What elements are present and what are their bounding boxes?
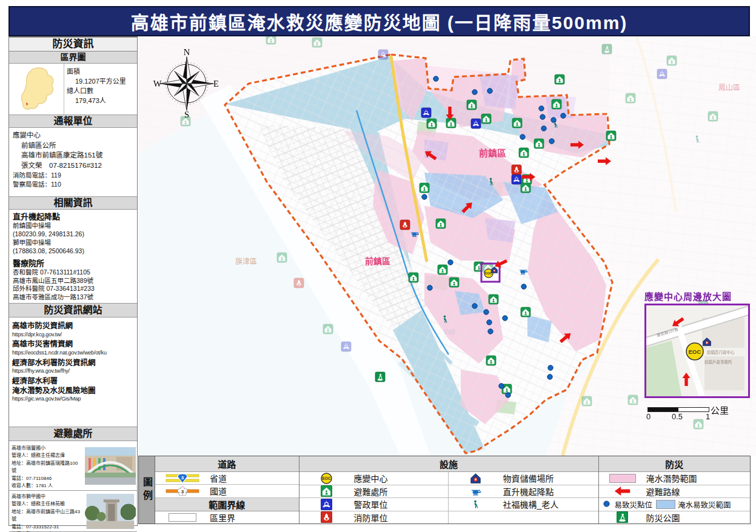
district-name-label: 前鎮區	[365, 256, 390, 266]
police-label: 警政單位	[354, 498, 388, 510]
sidebar-header: 防災資訊	[9, 37, 137, 52]
district-shape-thumbnail	[9, 64, 64, 115]
shelter-marker	[481, 114, 491, 124]
shelter-marker	[467, 100, 477, 110]
district-boundary-label: 區里界	[210, 511, 235, 524]
district-map-header: 區界圖	[9, 52, 137, 64]
website-name: 經濟部水利署	[12, 377, 134, 387]
website-url: https://dpr.kcg.gov.tw/	[12, 331, 134, 339]
risk-point-marker	[548, 365, 553, 370]
legend-row-welfare: 社福機構_老人	[448, 498, 600, 511]
disaster-park-label: 防災公園	[646, 511, 680, 524]
shelter-marker	[555, 75, 564, 84]
disaster-park-icon-legend	[617, 511, 628, 523]
report-units: 應變中心 前鎮區公所 高雄市前鎮區康定路151號 張文榮 07-8215176#…	[9, 128, 137, 197]
park-marker	[602, 44, 612, 54]
eoc-legend-icon	[321, 473, 332, 484]
legend-row-flood-potential: 淹水潛勢範圍	[599, 472, 750, 485]
risk-point-marker	[427, 285, 432, 290]
legend-key-label: 圖例	[139, 456, 155, 524]
shelter-marker	[446, 118, 456, 128]
medical-title: 醫療院所	[13, 258, 133, 268]
eoc-inset: 應變中心周邊放大圖 康定路131巷 EOC 前鎮區行政中心 前鎮戶政事務所	[644, 290, 751, 398]
shelter-name: 高雄市瑞豐國小	[12, 445, 82, 452]
risk-point-label: 易致災點位	[615, 499, 653, 510]
risk-point-marker	[521, 284, 526, 289]
website-name: 高雄市災害情資網	[12, 340, 134, 350]
shelter-capacity: 收容人數：1781 人	[12, 482, 82, 490]
population-value: 179,473人	[67, 96, 135, 106]
shelter-marker	[626, 93, 635, 103]
fire-marker	[512, 165, 521, 175]
risk-point-marker	[487, 320, 492, 325]
shelter-address: 地址：高雄市前鎮區瑞隆路100號	[12, 460, 82, 475]
fire-phone: 消防局電話：119	[13, 171, 133, 180]
scale-bar: 0 0.5 1 公里	[646, 402, 743, 421]
heliport-line: (178863.08, 2500646.93)	[13, 247, 133, 256]
shelter-manager: 管理人：總務主任楊志偉	[12, 452, 82, 459]
legend-row-risk: 易致災點位 淹水易致災範圍	[599, 498, 750, 511]
related-info: 直升機起降點 前鎮國中操場 (180230.99, 2498131.26) 獅甲…	[9, 210, 137, 304]
risk-point-marker	[520, 135, 525, 139]
website-name2: 淹水潛勢及水災風險地圖	[12, 387, 134, 396]
medical-line: 高雄市苓雅區成功一路137號	[13, 293, 133, 302]
district-name-label: 前鎮區	[479, 148, 506, 158]
national-road-label: 國道	[210, 485, 227, 497]
shelter-legend-icon	[321, 485, 332, 497]
shelter-marker	[521, 183, 530, 193]
scale-tick: 0	[646, 412, 651, 421]
flood-potential-swatch	[609, 474, 636, 483]
risk-point-marker	[549, 139, 554, 144]
risk-point-marker	[541, 126, 546, 131]
medical-line: 高雄市鳳山區五甲二路389號	[13, 277, 133, 285]
scale-bar-graphic	[647, 407, 709, 412]
police-phone: 警察局電話：110	[13, 180, 133, 189]
legend-row-empty	[448, 511, 600, 524]
police-marker	[512, 175, 521, 184]
shelter-details: 高雄市瑞豐國小 管理人：總務主任楊志偉 地址：高雄市前鎮區瑞隆路100號 電話：…	[9, 441, 84, 490]
shelter-phone: 電話：07-7110846	[12, 475, 82, 482]
heliport-title: 直升機起降點	[13, 212, 60, 221]
roads-header: 道路	[155, 456, 299, 472]
disaster-map-poster: EOC	[0, 0, 756, 532]
legend-prevention-column: 防災 淹水潛勢範圍 避難路線 易致災點位 淹水易致災範圍 防災公園	[598, 456, 750, 524]
shelter-manager: 管理人：總務主任林苑榆	[12, 500, 82, 508]
website-url: https://gic.wra.gov.tw/Gis/Map	[12, 396, 134, 403]
website-name: 高雄市防災資訊網	[12, 322, 134, 331]
shelter-photo	[84, 441, 137, 490]
legend-row-national: 3 國道	[155, 485, 299, 497]
park-marker	[375, 372, 385, 382]
shelter-card: 高雄市瑞豐國小 管理人：總務主任楊志偉 地址：高雄市前鎮區瑞隆路100號 電話：…	[9, 441, 137, 491]
shelter-marker	[449, 278, 459, 287]
shelter-marker	[606, 131, 616, 141]
shelter-photo	[84, 491, 137, 531]
shelter-marker	[521, 307, 530, 317]
website-url: https://eocdss1.ncdr.nat.gov.tw/web/ot/k…	[12, 350, 134, 357]
eoc-title: 應變中心	[13, 130, 133, 141]
heliport-label: 直升機起降點	[503, 485, 554, 497]
evacuation-route-label: 避難路線	[646, 485, 680, 497]
risk-point-marker	[539, 106, 544, 111]
risk-point-marker	[561, 113, 566, 118]
svg-text:3: 3	[181, 475, 184, 480]
shelter-marker	[628, 395, 638, 405]
risk-point-marker	[433, 76, 438, 81]
shelter-marker	[323, 324, 333, 334]
fire-legend-icon	[321, 511, 332, 523]
report-line: 高雄市前鎮區康定路151號	[13, 150, 133, 161]
shelter-marker	[277, 253, 287, 262]
legend: 圖例 道路 3 省道	[138, 456, 751, 524]
police-marker	[378, 50, 388, 59]
risk-point-marker	[472, 90, 477, 95]
shelter-card: 高雄市獅甲國中 管理人：總務主任林苑榆 地址：高雄市前鎮區中山三路43號 電話：…	[9, 491, 137, 532]
flood-risk-area-label: 淹水易致災範圍	[678, 499, 731, 510]
scale-unit: 公里	[711, 404, 729, 416]
shelter-marker	[312, 38, 322, 47]
shelter-name: 高雄市獅甲國中	[12, 493, 82, 500]
welfare-label: 社福機構_老人	[503, 498, 559, 510]
medical-line: 邱外科醫院 07-3364131#233	[13, 285, 133, 293]
national-road-icon: 3	[155, 485, 210, 496]
shelter-marker	[420, 183, 429, 193]
websites-header: 防災資訊網站	[9, 304, 137, 318]
legend-row-district-boundary: 區里界	[155, 511, 299, 524]
